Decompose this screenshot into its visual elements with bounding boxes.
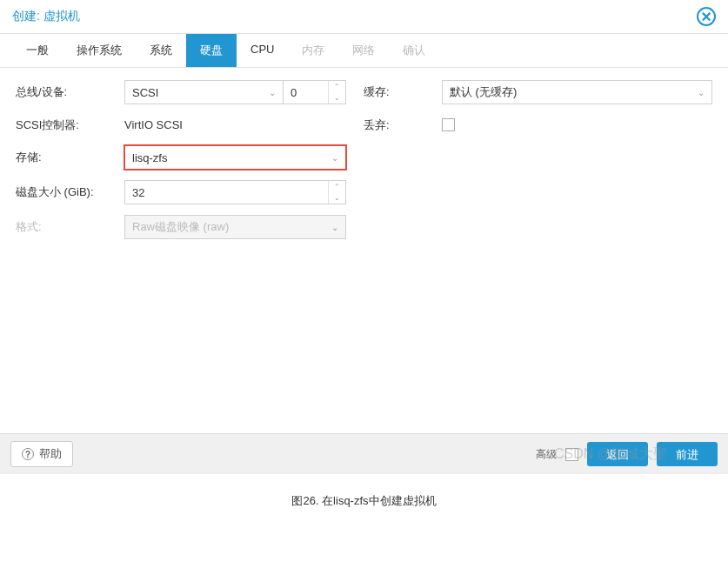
form-content: 总线/设备: SCSI ⌄ 0 ⌃ ⌄ 缓存: bbox=[0, 68, 728, 433]
discard-label: 丢弃: bbox=[364, 117, 442, 133]
chevron-down-icon: ⌄ bbox=[331, 153, 338, 163]
bus-value: SCSI bbox=[132, 86, 158, 99]
scsi-value: VirtIO SCSI bbox=[124, 115, 183, 135]
tab-system[interactable]: 系统 bbox=[136, 34, 186, 67]
spin-up-icon[interactable]: ⌃ bbox=[329, 181, 345, 192]
tab-os[interactable]: 操作系统 bbox=[63, 34, 136, 67]
figure-caption: 图26. 在lisq-zfs中创建虚拟机 bbox=[0, 493, 728, 509]
scsi-label: SCSI控制器: bbox=[16, 117, 124, 133]
tab-confirm: 确认 bbox=[389, 34, 439, 67]
cache-label: 缓存: bbox=[364, 84, 442, 100]
help-icon: ? bbox=[22, 448, 34, 460]
cache-value: 默认 (无缓存) bbox=[450, 84, 517, 100]
help-label: 帮助 bbox=[39, 446, 62, 462]
storage-select[interactable]: lisq-zfs ⌄ bbox=[124, 145, 346, 170]
size-label: 磁盘大小 (GiB): bbox=[16, 184, 124, 200]
format-label: 格式: bbox=[16, 219, 124, 235]
storage-label: 存储: bbox=[16, 150, 124, 165]
bus-select[interactable]: SCSI ⌄ bbox=[124, 80, 284, 104]
back-button[interactable]: 返回 bbox=[587, 442, 648, 466]
bus-index-spinner[interactable]: 0 ⌃ ⌄ bbox=[284, 80, 346, 104]
spin-up-icon[interactable]: ⌃ bbox=[329, 81, 345, 92]
chevron-down-icon: ⌄ bbox=[269, 88, 276, 97]
format-select: Raw磁盘映像 (raw) ⌄ bbox=[124, 215, 346, 239]
size-value: 32 bbox=[132, 186, 144, 199]
close-icon[interactable]: × bbox=[697, 7, 716, 26]
spin-down-icon[interactable]: ⌄ bbox=[329, 192, 345, 204]
tab-bar: 一般 操作系统 系统 硬盘 CPU 内存 网络 确认 bbox=[0, 34, 728, 68]
advanced-label[interactable]: 高级 bbox=[536, 447, 557, 462]
help-button[interactable]: ? 帮助 bbox=[10, 441, 73, 467]
bus-label: 总线/设备: bbox=[16, 84, 124, 100]
tab-disk[interactable]: 硬盘 bbox=[186, 34, 237, 67]
tab-memory: 内存 bbox=[288, 34, 338, 67]
dialog-header: 创建: 虚拟机 × bbox=[0, 0, 728, 34]
size-spinner[interactable]: 32 ⌃ ⌄ bbox=[124, 180, 346, 204]
next-button[interactable]: 前进 bbox=[657, 442, 718, 466]
tab-general[interactable]: 一般 bbox=[12, 34, 63, 67]
tab-cpu[interactable]: CPU bbox=[237, 34, 288, 67]
dialog-footer: ? 帮助 CSDN @鵬城大聖 高级 返回 前进 bbox=[0, 433, 728, 474]
advanced-checkbox[interactable] bbox=[565, 448, 578, 461]
bus-index-value: 0 bbox=[291, 86, 297, 99]
cache-select[interactable]: 默认 (无缓存) ⌄ bbox=[442, 80, 712, 104]
chevron-down-icon: ⌄ bbox=[331, 223, 338, 232]
chevron-down-icon: ⌄ bbox=[698, 88, 705, 97]
storage-value: lisq-zfs bbox=[132, 151, 167, 164]
format-value: Raw磁盘映像 (raw) bbox=[132, 219, 229, 235]
dialog-title: 创建: 虚拟机 bbox=[12, 9, 80, 24]
discard-checkbox[interactable] bbox=[442, 118, 455, 131]
spin-down-icon[interactable]: ⌄ bbox=[329, 92, 345, 104]
tab-network: 网络 bbox=[338, 34, 389, 67]
